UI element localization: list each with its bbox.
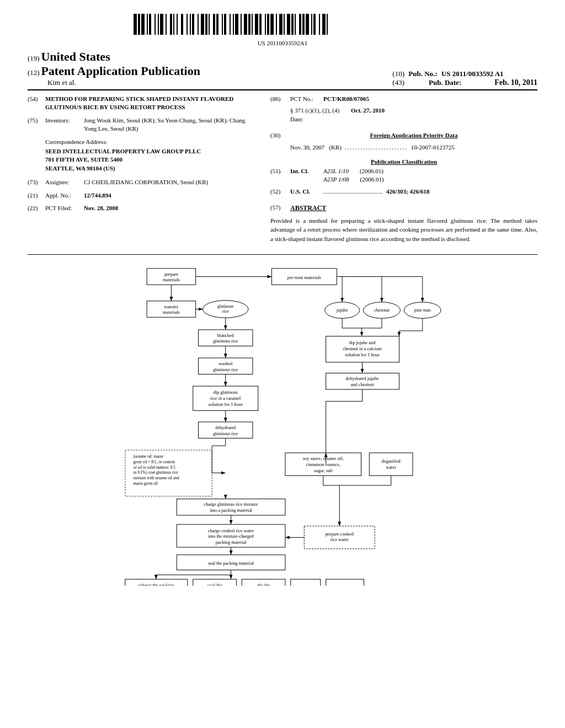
abstract-title: ABSTRACT xyxy=(290,204,326,213)
country-name: United States xyxy=(41,50,110,63)
intcl-row2: A23P 1/08 (2006.01) xyxy=(323,175,537,184)
svg-rect-27 xyxy=(241,14,242,35)
svg-rect-28 xyxy=(244,14,247,35)
svg-text:washed: washed xyxy=(218,361,233,366)
intcl-label: Int. Cl. xyxy=(290,167,323,184)
svg-text:degasified: degasified xyxy=(382,459,401,464)
svg-text:into a packing material: into a packing material xyxy=(210,508,252,513)
svg-rect-47 xyxy=(319,14,320,35)
pct-no-label: PCT No.: xyxy=(290,95,323,103)
intcl-1-year: (2006.01) xyxy=(360,167,383,175)
svg-text:of oil to solid matters: 0.5: of oil to solid matters: 0.5 xyxy=(134,465,175,470)
svg-text:(sesame oil: maize: (sesame oil: maize xyxy=(134,454,164,459)
svg-rect-10 xyxy=(173,14,174,35)
svg-rect-2 xyxy=(141,14,145,35)
svg-text:pre-treat materials: pre-treat materials xyxy=(287,276,321,281)
svg-rect-24 xyxy=(230,14,231,35)
svg-text:prepare: prepare xyxy=(164,272,178,277)
svg-text:chestnut in a calcium: chestnut in a calcium xyxy=(343,347,382,352)
pub-date-label: Pub. Date: xyxy=(429,78,461,87)
svg-text:pine nuts: pine nuts xyxy=(414,308,431,313)
svg-text:solution for 1 hour: solution for 1 hour xyxy=(345,352,380,357)
svg-rect-38 xyxy=(284,14,285,35)
foreign-data-row: Nov. 30, 2007 (KR) .....................… xyxy=(290,143,537,152)
header-right: (10) Pub. No.: US 2011/0033592 A1 (43) P… xyxy=(392,69,537,87)
foreign-title: Foreign Application Priority Data xyxy=(290,131,537,140)
intcl-1-class: A23L 1/10 xyxy=(323,167,349,175)
svg-text:solution for 1 hour: solution for 1 hour xyxy=(209,402,243,407)
uscl-label: U.S. Cl. xyxy=(290,188,323,196)
svg-rect-8 xyxy=(166,14,167,35)
svg-text:cool the: cool the xyxy=(207,583,222,586)
svg-rect-17 xyxy=(201,14,204,35)
svg-rect-12 xyxy=(181,14,183,35)
svg-rect-33 xyxy=(265,14,266,35)
svg-rect-18 xyxy=(205,14,207,35)
pub-no-num: (10) xyxy=(392,69,404,78)
assignee-num: (73) xyxy=(28,178,45,186)
svg-text:germ oil = 8:1, or content: germ oil = 8:1, or content xyxy=(134,459,175,464)
svg-text:cinnamon essence,: cinnamon essence, xyxy=(306,462,340,467)
svg-rect-11 xyxy=(177,14,178,35)
sec371-value: Oct. 27, 2010 xyxy=(351,106,537,124)
svg-rect-9 xyxy=(170,14,172,35)
sec371-label: § 371 (c)(1), (2), (4) Date: xyxy=(290,106,345,124)
svg-rect-29 xyxy=(248,14,250,35)
svg-rect-35 xyxy=(270,14,274,35)
svg-rect-46 xyxy=(313,14,316,35)
foreign-appno: 10-2007-0123725 xyxy=(411,143,455,152)
svg-text:soy sauce, sesame oil,: soy sauce, sesame oil, xyxy=(303,456,343,461)
svg-text:seal the packing material: seal the packing material xyxy=(208,561,254,566)
svg-rect-21 xyxy=(216,14,218,35)
pct-filed-label: PCT Filed: xyxy=(45,204,84,212)
node-boxing xyxy=(326,580,364,586)
uscl-value: 426/303; 426/618 xyxy=(386,188,430,195)
svg-rect-5 xyxy=(154,14,156,35)
title-text: METHOD FOR PREPARING STICK SHAPED INSTAN… xyxy=(45,95,233,110)
pub-no-line: (10) Pub. No.: US 2011/0033592 A1 xyxy=(392,69,537,78)
svg-rect-19 xyxy=(209,14,210,35)
type-num: (12) xyxy=(28,68,40,77)
appl-value: 12/744,894 xyxy=(84,191,259,200)
abstract-num: (57) xyxy=(270,204,290,213)
svg-text:into the mixture-charged: into the mixture-charged xyxy=(208,534,254,539)
svg-rect-32 xyxy=(259,14,262,35)
intcl-num: (51) xyxy=(270,167,290,184)
pct-filed-num: (22) xyxy=(28,204,45,212)
svg-text:glutinous rice: glutinous rice xyxy=(213,431,238,436)
svg-rect-13 xyxy=(186,14,188,35)
svg-rect-40 xyxy=(291,14,294,35)
svg-rect-49 xyxy=(327,14,328,35)
svg-text:blanched: blanched xyxy=(217,333,234,338)
svg-rect-26 xyxy=(235,14,238,35)
svg-text:dehydrated: dehydrated xyxy=(215,425,236,430)
svg-text:dry the: dry the xyxy=(257,583,270,586)
pct-filed-field: (22) PCT Filed: Nov. 28, 2008 xyxy=(28,204,259,212)
svg-text:jujube: jujube xyxy=(336,308,348,313)
svg-text:dehydrated jujube: dehydrated jujube xyxy=(346,377,379,382)
header-row: (19) United States (12) Patent Applicati… xyxy=(28,50,537,90)
flowchart-svg: prepare materials transfer materials pre… xyxy=(28,260,537,586)
svg-text:chestnut: chestnut xyxy=(374,308,390,313)
uscl-field: (52) U.S. Cl. ..........................… xyxy=(270,188,537,196)
svg-rect-41 xyxy=(295,14,296,35)
barcode-section: // Generate barcode bars inline via JS a… xyxy=(28,11,537,46)
foreign-field: (30) Foreign Application Priority Data xyxy=(270,131,537,140)
svg-rect-1 xyxy=(138,14,140,35)
sec371-field: § 371 (c)(1), (2), (4) Date: Oct. 27, 20… xyxy=(290,106,537,124)
pub-type-label: (12) Patent Application Publication xyxy=(28,64,200,78)
intcl-2-year: (2006.01) xyxy=(360,175,384,184)
svg-rect-15 xyxy=(192,14,194,35)
svg-text:maize germ oil: maize germ oil xyxy=(134,481,158,486)
svg-rect-44 xyxy=(306,14,309,35)
uscl-dotted: ....................................... xyxy=(323,188,382,195)
svg-text:subject the packing: subject the packing xyxy=(138,583,174,586)
inventors-line: Kim et al. xyxy=(28,78,200,87)
svg-text:dip jujube and: dip jujube and xyxy=(349,341,376,346)
svg-rect-23 xyxy=(224,14,226,35)
svg-rect-14 xyxy=(190,14,191,35)
svg-rect-6 xyxy=(158,14,159,35)
svg-text:glutinous rice: glutinous rice xyxy=(213,339,238,344)
title-field: (54) METHOD FOR PREPARING STICK SHAPED I… xyxy=(28,95,259,112)
svg-text:transfer: transfer xyxy=(164,304,179,309)
